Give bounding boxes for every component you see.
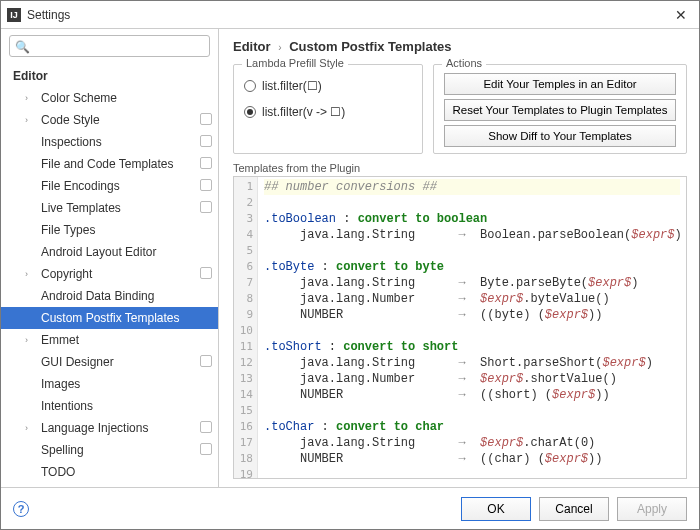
chevron-right-icon: › — [25, 87, 28, 109]
breadcrumb: Editor › Custom Postfix Templates — [233, 39, 687, 54]
sidebar-item-todo[interactable]: TODO — [1, 461, 218, 483]
sidebar-item-label: Code Style — [41, 113, 100, 127]
code-area[interactable]: ## number conversions ## .toBoolean : co… — [258, 177, 686, 478]
sidebar-item-label: GUI Designer — [41, 355, 114, 369]
sidebar-item-inspections[interactable]: Inspections — [1, 131, 218, 153]
sidebar-item-label: Language Injections — [41, 421, 148, 435]
sidebar-item-label: Emmet — [41, 333, 79, 347]
sidebar-item-label: Images — [41, 377, 80, 391]
sidebar-item-label: Intentions — [41, 399, 93, 413]
sidebar-item-label: Custom Postfix Templates — [41, 311, 180, 325]
sidebar-item-intentions[interactable]: Intentions — [1, 395, 218, 417]
scope-marker-icon — [200, 157, 212, 169]
sidebar-item-label: Color Scheme — [41, 91, 117, 105]
search-icon: 🔍 — [15, 40, 30, 54]
templates-from-plugin-label: Templates from the Plugin — [233, 162, 687, 174]
dialog-footer: ? OK Cancel Apply — [1, 487, 699, 529]
sidebar-item-gui-designer[interactable]: GUI Designer — [1, 351, 218, 373]
sidebar-item-file-types[interactable]: File Types — [1, 219, 218, 241]
titlebar: IJ Settings ✕ — [1, 1, 699, 29]
chevron-right-icon: › — [25, 263, 28, 285]
lambda-option-2-label: list.filter(v -> ☐) — [262, 105, 345, 119]
actions-legend: Actions — [442, 57, 486, 69]
sidebar-item-android-layout-editor[interactable]: Android Layout Editor — [1, 241, 218, 263]
actions-group: Actions Edit Your Temples in an Editor R… — [433, 64, 687, 154]
settings-tree: Editor ›Color Scheme›Code StyleInspectio… — [1, 61, 218, 487]
scope-marker-icon — [200, 355, 212, 367]
breadcrumb-root[interactable]: Editor — [233, 39, 271, 54]
sidebar-item-copyright[interactable]: ›Copyright — [1, 263, 218, 285]
chevron-right-icon: › — [25, 329, 28, 351]
scope-marker-icon — [200, 267, 212, 279]
radio-icon — [244, 80, 256, 92]
sidebar-item-language-injections[interactable]: ›Language Injections — [1, 417, 218, 439]
sidebar-item-emmet[interactable]: ›Emmet — [1, 329, 218, 351]
sidebar-item-file-and-code-templates[interactable]: File and Code Templates — [1, 153, 218, 175]
scope-marker-icon — [200, 421, 212, 433]
sidebar-item-label: Inspections — [41, 135, 102, 149]
cancel-button[interactable]: Cancel — [539, 497, 609, 521]
breadcrumb-leaf: Custom Postfix Templates — [289, 39, 451, 54]
sidebar-item-live-templates[interactable]: Live Templates — [1, 197, 218, 219]
chevron-right-icon: › — [278, 42, 281, 53]
lambda-option-2[interactable]: list.filter(v -> ☐) — [244, 99, 412, 125]
sidebar-item-code-style[interactable]: ›Code Style — [1, 109, 218, 131]
sidebar-item-label: Android Data Binding — [41, 289, 154, 303]
sidebar-item-custom-postfix-templates[interactable]: Custom Postfix Templates — [1, 307, 218, 329]
sidebar-item-label: Copyright — [41, 267, 92, 281]
sidebar-item-label: Spelling — [41, 443, 84, 457]
reset-templates-button[interactable]: Reset Your Templates to Plugin Templates — [444, 99, 676, 121]
help-icon[interactable]: ? — [13, 501, 29, 517]
scope-marker-icon — [200, 443, 212, 455]
search-input[interactable] — [9, 35, 210, 57]
sidebar-item-label: Live Templates — [41, 201, 121, 215]
chevron-right-icon: › — [25, 417, 28, 439]
window-title: Settings — [27, 8, 669, 22]
edit-templates-button[interactable]: Edit Your Temples in an Editor — [444, 73, 676, 95]
lambda-prefill-group: Lambda Prefill Style list.filter(☐) list… — [233, 64, 423, 154]
radio-checked-icon — [244, 106, 256, 118]
scope-marker-icon — [200, 135, 212, 147]
lambda-option-1-label: list.filter(☐) — [262, 79, 322, 93]
lambda-legend: Lambda Prefill Style — [242, 57, 348, 69]
sidebar-item-android-data-binding[interactable]: Android Data Binding — [1, 285, 218, 307]
line-gutter: 1 2 3 4 5 6 7 8 9 10 11 12 13 14 15 16 1… — [234, 177, 258, 478]
sidebar-item-color-scheme[interactable]: ›Color Scheme — [1, 87, 218, 109]
sidebar-item-label: Android Layout Editor — [41, 245, 156, 259]
sidebar-item-images[interactable]: Images — [1, 373, 218, 395]
sidebar-item-label: TODO — [41, 465, 75, 479]
chevron-right-icon: › — [25, 109, 28, 131]
sidebar-item-file-encodings[interactable]: File Encodings — [1, 175, 218, 197]
sidebar-item-label: File Types — [41, 223, 95, 237]
templates-editor[interactable]: 1 2 3 4 5 6 7 8 9 10 11 12 13 14 15 16 1… — [233, 176, 687, 479]
close-icon[interactable]: ✕ — [669, 7, 693, 23]
ok-button[interactable]: OK — [461, 497, 531, 521]
scope-marker-icon — [200, 113, 212, 125]
show-diff-button[interactable]: Show Diff to Your Templates — [444, 125, 676, 147]
sidebar-item-label: File and Code Templates — [41, 157, 174, 171]
app-icon: IJ — [7, 8, 21, 22]
scope-marker-icon — [200, 179, 212, 191]
sidebar-item-spelling[interactable]: Spelling — [1, 439, 218, 461]
main-panel: Editor › Custom Postfix Templates Lambda… — [219, 29, 699, 487]
sidebar-item-label: File Encodings — [41, 179, 120, 193]
scope-marker-icon — [200, 201, 212, 213]
lambda-option-1[interactable]: list.filter(☐) — [244, 73, 412, 99]
settings-sidebar: 🔍 Editor ›Color Scheme›Code StyleInspect… — [1, 29, 219, 487]
settings-window: IJ Settings ✕ 🔍 Editor ›Color Scheme›Cod… — [0, 0, 700, 530]
tree-heading-editor[interactable]: Editor — [1, 65, 218, 87]
apply-button[interactable]: Apply — [617, 497, 687, 521]
